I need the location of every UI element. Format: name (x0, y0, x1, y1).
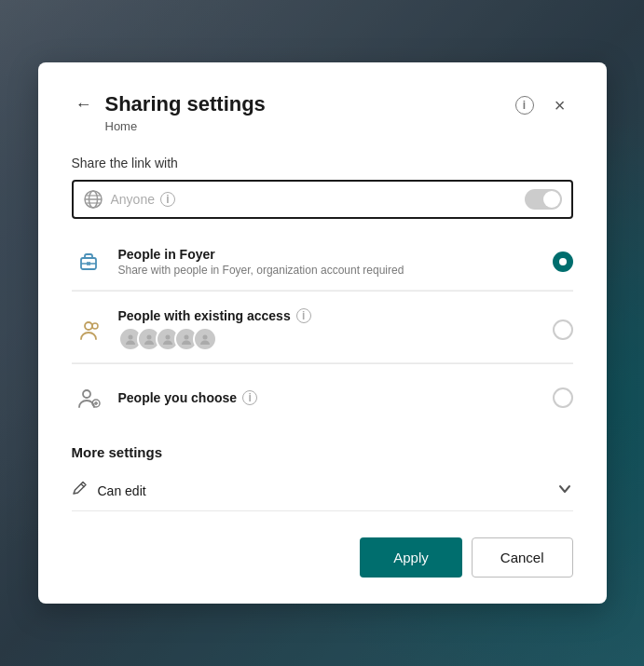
modal-header-right: i × (512, 92, 573, 118)
svg-point-10 (92, 323, 98, 329)
foyer-desc: Share with people in Foyer, organization… (118, 264, 540, 277)
choose-radio[interactable] (553, 387, 573, 408)
svg-point-15 (202, 334, 207, 339)
anyone-row[interactable]: Anyone i (72, 180, 573, 219)
foyer-radio[interactable] (553, 251, 573, 272)
modal-overlay: ← Sharing settings Home i × Share the li… (0, 0, 644, 666)
svg-point-16 (83, 390, 90, 398)
existing-option-text: People with existing access i (118, 308, 540, 351)
chevron-down-icon (556, 481, 573, 501)
anyone-placeholder: Anyone i (111, 192, 517, 207)
info-button[interactable]: i (512, 92, 538, 118)
back-button[interactable]: ← (72, 94, 96, 115)
svg-point-11 (128, 334, 132, 339)
globe-icon (83, 189, 103, 210)
more-settings-title: More settings (72, 444, 573, 460)
info-icon: i (515, 96, 534, 115)
existing-title: People with existing access (118, 308, 291, 323)
svg-point-9 (85, 322, 92, 330)
options-list: People in Foyer Share with people in Foy… (72, 234, 573, 426)
choose-info-icon[interactable]: i (242, 390, 257, 405)
modal-header: ← Sharing settings Home i × (72, 92, 573, 132)
person-existing-icon-wrap (72, 313, 105, 347)
avatar-group (118, 327, 540, 351)
sharing-settings-modal: ← Sharing settings Home i × Share the li… (38, 62, 607, 603)
cancel-button[interactable]: Cancel (472, 537, 573, 578)
modal-header-left: ← Sharing settings Home (72, 92, 266, 132)
svg-line-20 (81, 483, 85, 487)
option-choose[interactable]: People you choose i (72, 370, 573, 426)
existing-radio[interactable] (553, 319, 573, 340)
share-section-label: Share the link with (72, 156, 573, 170)
modal-footer: Apply Cancel (72, 537, 573, 578)
anyone-toggle[interactable] (525, 189, 562, 210)
modal-title: Sharing settings (105, 92, 266, 116)
svg-point-14 (184, 334, 188, 339)
pencil-icon (72, 481, 89, 501)
option-foyer[interactable]: People in Foyer Share with people in Foy… (72, 234, 573, 291)
apply-button[interactable]: Apply (360, 537, 462, 578)
choose-title: People you choose (118, 390, 238, 405)
existing-info-icon[interactable]: i (296, 308, 311, 323)
svg-point-12 (146, 334, 151, 339)
foyer-option-text: People in Foyer Share with people in Foy… (118, 247, 540, 277)
svg-point-13 (165, 334, 170, 339)
close-button[interactable]: × (547, 92, 573, 118)
option-existing[interactable]: People with existing access i (72, 297, 573, 363)
avatar-5 (193, 327, 217, 351)
choose-option-text: People you choose i (118, 390, 540, 405)
can-edit-label: Can edit (98, 483, 547, 498)
more-settings-section: More settings Can edit (72, 444, 573, 511)
foyer-title: People in Foyer (118, 247, 540, 262)
can-edit-row[interactable]: Can edit (72, 471, 573, 511)
modal-title-block: Sharing settings Home (105, 92, 266, 132)
briefcase-icon-wrap (72, 245, 105, 279)
anyone-info-icon[interactable]: i (160, 192, 175, 207)
person-choose-icon-wrap (72, 381, 105, 415)
modal-subtitle: Home (105, 119, 266, 133)
